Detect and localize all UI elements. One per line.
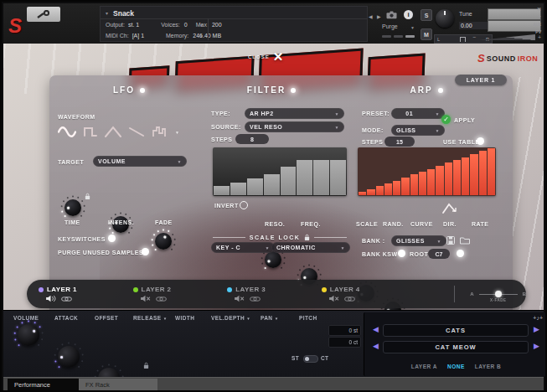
speaker-muted-icon[interactable] xyxy=(234,295,245,302)
next-instrument-button[interactable]: ▶ xyxy=(377,13,381,19)
arp-mode-dropdown[interactable]: GLISS▼ xyxy=(391,125,445,136)
random-wave-icon[interactable] xyxy=(152,126,168,138)
prev-instrument-button[interactable]: ◀ xyxy=(369,13,373,19)
speaker-on-icon[interactable] xyxy=(45,295,56,302)
keyswitches-label: KEYSWITCHES xyxy=(58,236,106,242)
square-wave-icon[interactable] xyxy=(83,126,98,138)
bank-ksw-toggle[interactable] xyxy=(398,250,405,257)
volume-knob[interactable] xyxy=(18,324,39,346)
arp-steps-value[interactable]: 15 xyxy=(384,137,415,147)
layer-3-tab[interactable]: LAYER 3 xyxy=(215,286,310,302)
filter-step-graph[interactable] xyxy=(213,147,347,196)
invert-toggle[interactable] xyxy=(240,201,248,209)
instrument-title-row[interactable]: ▾ Snack xyxy=(101,8,367,19)
tune-knob[interactable] xyxy=(436,9,454,28)
lfo-enable-light[interactable] xyxy=(140,88,145,93)
none-option[interactable]: NONE xyxy=(447,364,465,369)
sound-selector[interactable]: CAT MEOW xyxy=(383,341,529,353)
root-note-value[interactable]: C7 xyxy=(428,249,450,259)
info-icon[interactable]: i xyxy=(404,10,413,19)
tune-value[interactable]: 0.00 xyxy=(459,22,488,29)
lock-icon[interactable] xyxy=(85,193,90,200)
lfo-target-dropdown[interactable]: VOLUME▼ xyxy=(93,156,187,167)
scale-lock-label: SCALE LOCK xyxy=(250,235,301,240)
category-selector[interactable]: CATS xyxy=(383,324,529,337)
layer-1-tab[interactable]: LAYER 1 xyxy=(27,286,121,302)
link-icon[interactable] xyxy=(344,296,355,302)
pitch-cents-field[interactable]: 0 ct xyxy=(328,337,361,348)
arp-velocity-table[interactable] xyxy=(358,147,496,196)
triangle-wave-icon[interactable] xyxy=(105,126,121,138)
layer-1-name: LAYER 1 xyxy=(47,286,77,293)
midi-row[interactable]: MIDI Ch: [A] 1 ▼ Memory: 246.40 MB xyxy=(101,30,367,41)
layer-2-tab[interactable]: LAYER 2 xyxy=(121,286,216,302)
arp-direction-icon[interactable] xyxy=(441,201,458,214)
scale-key-dropdown[interactable]: KEY - C▼ xyxy=(211,242,275,253)
xfade-handle[interactable] xyxy=(495,291,502,297)
folder-icon[interactable] xyxy=(460,236,470,245)
st-ct-switch[interactable] xyxy=(303,355,318,363)
layer-b-option[interactable]: LAYER B xyxy=(475,364,501,369)
filter-type-dropdown[interactable]: AR HP2▼ xyxy=(245,108,344,119)
tab-performance[interactable]: Performance xyxy=(8,379,86,390)
bank-dropdown[interactable]: GLISSES▼ xyxy=(391,235,446,246)
snapshot-camera-icon[interactable] xyxy=(386,11,397,19)
category-next-button[interactable]: ▶ xyxy=(534,324,539,335)
invert-label: INVERT xyxy=(214,203,239,209)
filter-reso-knob[interactable] xyxy=(265,251,281,268)
chevron-down-icon: ▼ xyxy=(332,125,339,130)
speaker-muted-icon[interactable] xyxy=(140,295,151,302)
lock-icon[interactable] xyxy=(304,234,310,241)
output-row[interactable]: Output: st. 1 ▼ Voices: 0 Max 200 xyxy=(101,19,367,30)
minus-label: − xyxy=(472,34,476,40)
filter-enable-light[interactable] xyxy=(291,88,296,93)
layer-a-option[interactable]: LAYER A xyxy=(411,364,437,369)
sound-next-button[interactable]: ▶ xyxy=(534,341,539,352)
solo-button[interactable]: S xyxy=(421,9,432,21)
minimize-instrument-button[interactable]: − xyxy=(538,14,541,19)
link-icon[interactable] xyxy=(250,296,261,302)
arp-preset-dropdown[interactable]: 01▼ xyxy=(391,108,445,119)
brand-sound: SOUND xyxy=(487,54,516,63)
lfo-time-knob[interactable] xyxy=(65,199,81,216)
root-toggle[interactable] xyxy=(457,250,464,257)
speaker-muted-icon[interactable] xyxy=(328,295,339,302)
pitch-semitones-field[interactable]: 0 st xyxy=(328,325,361,336)
keyswitches-toggle[interactable] xyxy=(108,235,116,242)
lock-icon[interactable] xyxy=(143,362,149,369)
apply-check-icon[interactable]: ✓ xyxy=(441,115,451,124)
midi-learn-icon[interactable]: +♪+ xyxy=(533,315,543,321)
close-panel-button[interactable]: CLOSE ✕ xyxy=(248,52,283,62)
instrument-artwork: CLOSE ✕ S SOUNDIRON LFO FILTER ARP WAVEF… xyxy=(3,44,544,310)
filter-steps-value[interactable]: 8 xyxy=(235,134,269,144)
pv-button[interactable]: PV xyxy=(535,29,541,34)
layer-4-tab[interactable]: LAYER 4 xyxy=(310,286,405,302)
chevron-down-icon[interactable]: ▼ xyxy=(175,130,179,135)
category-prev-button[interactable]: ◀ xyxy=(373,324,379,335)
waveform-selector: ▼ xyxy=(58,126,179,138)
attack-knob[interactable] xyxy=(58,346,80,368)
arp-enable-light[interactable] xyxy=(438,88,443,93)
remove-instrument-button[interactable]: ✕ xyxy=(537,6,541,12)
wrench-edit-button[interactable] xyxy=(27,7,60,22)
purge-menu[interactable]: Purge xyxy=(382,23,398,29)
mute-button[interactable]: M xyxy=(421,28,432,40)
sine-wave-icon[interactable] xyxy=(58,126,76,138)
root-note-text: C7 xyxy=(436,251,443,257)
tab-fx-rack[interactable]: FX Rack xyxy=(79,379,157,390)
pitch-semitones-value: 0 st xyxy=(349,328,358,333)
saw-down-wave-icon[interactable] xyxy=(128,126,145,138)
save-icon[interactable] xyxy=(446,236,455,245)
sound-prev-button[interactable]: ◀ xyxy=(373,341,379,352)
scale-type-dropdown[interactable]: CHROMATIC▼ xyxy=(271,242,350,253)
xfade-slider[interactable]: X-FADE xyxy=(479,290,518,298)
filter-source-dropdown[interactable]: VEL RESO▼ xyxy=(245,121,344,132)
use-table-toggle[interactable] xyxy=(477,137,484,145)
link-icon[interactable] xyxy=(61,296,72,302)
aux-button[interactable]: AUX xyxy=(533,23,541,27)
volume-slider[interactable]: − + xyxy=(472,34,541,41)
voices-value: 0 xyxy=(184,22,188,28)
lfo-fade-knob[interactable] xyxy=(155,233,172,250)
purge-unused-samples-toggle[interactable] xyxy=(142,248,149,255)
link-icon[interactable] xyxy=(156,296,167,302)
